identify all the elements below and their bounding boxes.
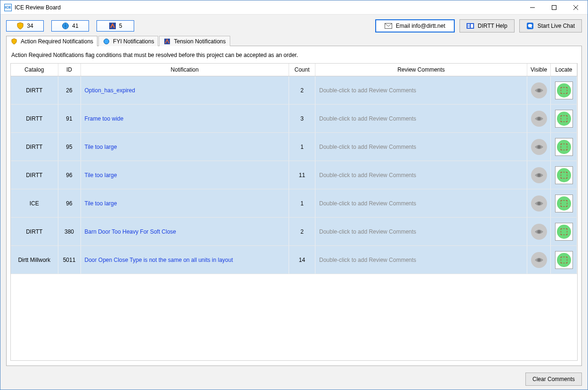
locate-button[interactable]: [555, 195, 573, 212]
table-row[interactable]: DIRTT91Frame too wide3Double-click to ad…: [11, 105, 577, 133]
table-row[interactable]: DIRTT96Tile too large11Double-click to a…: [11, 161, 577, 189]
svg-point-15: [538, 89, 541, 92]
cell-count: 11: [289, 161, 315, 189]
cell-id: 95: [58, 133, 81, 161]
review-comments-cell[interactable]: Double-click to add Review Comments: [319, 144, 416, 150]
cell-count: 1: [289, 189, 315, 218]
review-comments-cell[interactable]: Double-click to add Review Comments: [319, 200, 416, 207]
badge-count: 41: [72, 23, 78, 29]
visible-toggle[interactable]: [531, 167, 547, 183]
cell-catalog: DIRTT: [11, 105, 58, 133]
tab-label: Tension Notifications: [174, 38, 226, 45]
review-comments-cell[interactable]: Double-click to add Review Comments: [319, 257, 416, 263]
visible-toggle[interactable]: [531, 195, 547, 211]
visible-toggle[interactable]: [531, 111, 547, 127]
cell-count: 2: [289, 76, 315, 105]
badge-tension[interactable]: 5: [97, 20, 134, 32]
notification-grid: Catalog ID Notification Count Review Com…: [10, 63, 578, 361]
visible-toggle[interactable]: [531, 82, 547, 98]
review-comments-cell[interactable]: Double-click to add Review Comments: [319, 115, 416, 122]
locate-icon: [557, 168, 571, 182]
minimize-button[interactable]: [522, 0, 543, 15]
notification-link[interactable]: Tile too large: [85, 200, 117, 207]
tab-strip: Action Required Notifications FYI Notifi…: [6, 35, 582, 46]
help-button[interactable]: DIRTT Help: [459, 19, 515, 32]
locate-icon: [557, 253, 571, 267]
svg-point-19: [538, 202, 541, 205]
chat-icon: [526, 22, 534, 30]
locate-button[interactable]: [555, 81, 573, 99]
tab-fyi[interactable]: FYI Notifications: [98, 36, 158, 46]
table-row[interactable]: Dirtt Millwork5011Door Open Close Type i…: [11, 246, 577, 274]
tab-label: Action Required Notifications: [21, 38, 93, 45]
notification-link[interactable]: Frame too wide: [85, 115, 124, 122]
eye-icon: [534, 200, 544, 207]
svg-point-16: [538, 117, 541, 120]
clear-comments-button[interactable]: Clear Comments: [525, 373, 582, 386]
visible-toggle[interactable]: [531, 224, 547, 240]
locate-button[interactable]: [555, 166, 573, 184]
tension-icon: [163, 38, 171, 45]
maximize-button[interactable]: [543, 0, 565, 15]
tab-tension[interactable]: Tension Notifications: [159, 36, 230, 46]
locate-icon: [557, 140, 571, 154]
locate-icon: [557, 112, 571, 126]
cell-count: 2: [289, 218, 315, 246]
col-count[interactable]: Count: [289, 64, 315, 76]
badge-action-required[interactable]: 34: [6, 20, 44, 32]
review-comments-cell[interactable]: Double-click to add Review Comments: [319, 228, 416, 235]
cell-catalog: DIRTT: [11, 76, 58, 105]
notification-link[interactable]: Door Open Close Type is not the same on …: [85, 257, 233, 263]
cell-count: 3: [289, 105, 315, 133]
review-comments-cell[interactable]: Double-click to add Review Comments: [319, 172, 416, 179]
review-comments-cell[interactable]: Double-click to add Review Comments: [319, 87, 416, 94]
notification-link[interactable]: Tile too large: [85, 172, 117, 179]
col-id[interactable]: ID: [58, 64, 81, 76]
cell-catalog: DIRTT: [11, 218, 58, 246]
badge-count: 5: [119, 23, 122, 29]
chat-label: Start Live Chat: [538, 23, 575, 29]
visible-toggle[interactable]: [531, 139, 547, 155]
locate-button[interactable]: [555, 138, 573, 156]
chat-button[interactable]: Start Live Chat: [519, 19, 582, 32]
visible-toggle[interactable]: [531, 252, 547, 268]
col-catalog[interactable]: Catalog: [11, 64, 58, 76]
footer: Clear Comments: [0, 370, 588, 390]
globe-icon: [103, 38, 110, 45]
cell-catalog: DIRTT: [11, 161, 58, 189]
help-label: DIRTT Help: [478, 23, 507, 29]
col-locate[interactable]: Locate: [551, 64, 577, 76]
table-row[interactable]: DIRTT26Option_has_expired2Double-click t…: [11, 76, 577, 105]
tension-icon: [109, 22, 116, 30]
cell-id: 91: [58, 105, 81, 133]
shield-icon: [10, 38, 18, 45]
cell-count: 1: [289, 133, 315, 161]
window-controls: [522, 0, 587, 15]
toolbar: 34 41 5 Email info@dirtt.net: [0, 15, 588, 35]
table-row[interactable]: DIRTT380Barn Door Too Heavy For Soft Clo…: [11, 218, 577, 246]
shield-icon: [16, 22, 24, 30]
table-row[interactable]: ICE96Tile too large1Double-click to add …: [11, 189, 577, 218]
app-window: ICE ICE Review Board 34: [0, 0, 588, 390]
badge-fyi[interactable]: 41: [51, 20, 89, 32]
close-button[interactable]: [565, 0, 587, 15]
notification-link[interactable]: Option_has_expired: [85, 87, 135, 94]
notification-link[interactable]: Barn Door Too Heavy For Soft Close: [85, 228, 177, 235]
badge-count: 34: [27, 23, 33, 29]
col-notification[interactable]: Notification: [81, 64, 289, 76]
col-visible[interactable]: Visible: [527, 64, 551, 76]
locate-icon: [557, 225, 571, 239]
tab-action-required[interactable]: Action Required Notifications: [6, 36, 97, 46]
locate-button[interactable]: [555, 251, 573, 269]
email-button[interactable]: Email info@dirtt.net: [375, 19, 455, 32]
grid-header-row: Catalog ID Notification Count Review Com…: [11, 64, 577, 76]
locate-button[interactable]: [555, 110, 573, 128]
svg-point-18: [538, 173, 541, 177]
locate-button[interactable]: [555, 223, 573, 241]
notification-link[interactable]: Tile too large: [85, 144, 117, 150]
window-title: ICE Review Board: [15, 4, 522, 11]
svg-point-17: [538, 145, 541, 148]
col-review-comments[interactable]: Review Comments: [315, 64, 527, 76]
table-row[interactable]: DIRTT95Tile too large1Double-click to ad…: [11, 133, 577, 161]
svg-rect-1: [552, 5, 556, 9]
